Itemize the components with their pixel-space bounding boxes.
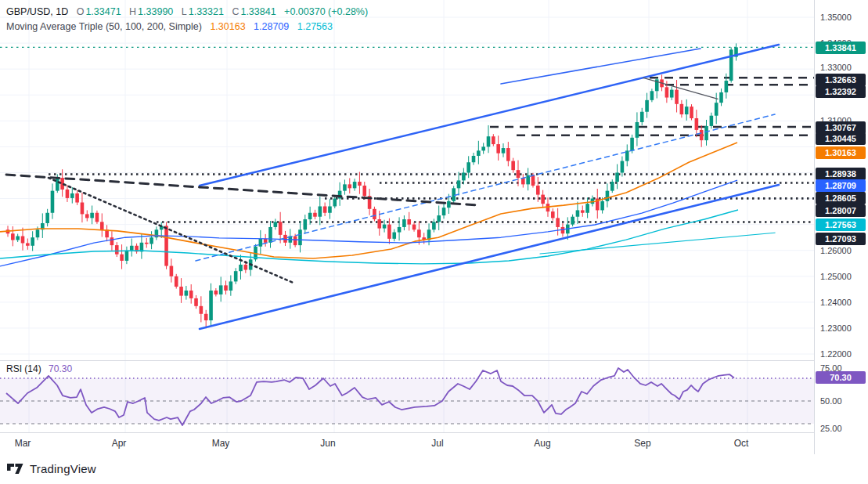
candle-body	[313, 213, 317, 217]
candle-body	[481, 146, 485, 150]
price-axis-tick: 1.25000	[820, 272, 852, 281]
main-chart-canvas[interactable]	[0, 0, 814, 454]
candle-body	[56, 178, 59, 191]
candle-body	[546, 204, 550, 211]
price-label-chip: 1.28605	[816, 192, 866, 204]
candle-body	[477, 150, 481, 156]
candle-body	[90, 213, 94, 219]
ma-indicator-title: Moving Average Triple (50, 100, 200, Sim…	[6, 21, 202, 32]
tradingview-watermark[interactable]: TradingView	[7, 462, 96, 475]
candle-body	[348, 184, 351, 188]
price-label-chip: 1.30163	[816, 146, 866, 159]
price-axis-tick: 1.23000	[820, 323, 852, 333]
candle-body	[279, 222, 283, 235]
candle-body	[328, 206, 332, 212]
candle-body	[457, 180, 461, 188]
candle-body	[239, 265, 243, 271]
time-axis[interactable]: MarAprMayJunJulAugSepOct	[0, 432, 814, 454]
candle-body	[645, 100, 649, 112]
candle-body	[81, 203, 85, 215]
price-label-chip: 1.33841	[816, 42, 866, 54]
price-axis[interactable]: 1.350001.340001.330001.310001.260001.250…	[814, 0, 868, 454]
time-axis-label-apr: Apr	[112, 438, 127, 449]
ma-line-sma200	[0, 210, 738, 264]
price-label-chip: 1.30445	[816, 132, 866, 145]
candle-body	[600, 201, 604, 211]
candle-body	[402, 219, 406, 227]
change-value: +0.00370 (+0.28%)	[284, 6, 368, 17]
candle-body	[710, 116, 714, 126]
candle-body	[209, 291, 213, 320]
candle-body	[224, 285, 228, 291]
candle-body	[100, 222, 104, 229]
candle-body	[472, 156, 476, 162]
symbol-legend-row[interactable]: GBP/USD, 1D O1.33471 H1.33990 L1.33321 C…	[6, 6, 369, 17]
rsi-value: 70.30	[49, 363, 72, 374]
candle-body	[185, 291, 189, 296]
price-label-chip: 1.32663	[816, 74, 866, 86]
candle-body	[362, 186, 366, 196]
candle-body	[115, 245, 119, 255]
candle-body	[214, 291, 218, 294]
candle-body	[517, 170, 520, 178]
price-axis-tick: 50.00	[820, 396, 842, 406]
candle-body	[581, 210, 585, 212]
price-axis-tick: 1.26000	[820, 246, 852, 255]
candle-body	[675, 90, 679, 104]
candle-body	[179, 287, 183, 296]
candle-body	[695, 118, 699, 130]
rsi-legend-row[interactable]: RSI (14) 70.30	[6, 363, 72, 374]
time-axis-label-jul: Jul	[431, 438, 443, 449]
candle-body	[506, 148, 510, 161]
candle-body	[636, 122, 639, 138]
candle-body	[640, 112, 644, 122]
candle-body	[264, 239, 268, 243]
candle-body	[125, 251, 129, 261]
trendline-sep-highs-connector	[643, 78, 718, 99]
candle-body	[358, 182, 362, 186]
candle-body	[392, 233, 396, 239]
candle-body	[437, 215, 441, 222]
candle-body	[377, 219, 381, 229]
candle-body	[11, 233, 15, 240]
price-label-chip: 1.28007	[816, 204, 866, 217]
candle-body	[36, 229, 40, 237]
tradingview-wordmark: TradingView	[30, 462, 96, 475]
close-label: C	[232, 6, 239, 17]
candle-body	[621, 161, 625, 173]
candle-body	[229, 281, 233, 291]
time-axis-label-oct: Oct	[734, 438, 749, 449]
price-label-chip: 70.30	[816, 371, 866, 384]
candle-body	[130, 246, 134, 251]
candle-body	[149, 237, 153, 244]
ma-legend-row[interactable]: Moving Average Triple (50, 100, 200, Sim…	[6, 21, 334, 32]
sma50-value: 1.30163	[210, 21, 245, 32]
price-label-chip: 1.28709	[816, 179, 866, 192]
low-label: L	[182, 6, 187, 17]
candle-body	[308, 213, 312, 219]
candle-body	[715, 103, 719, 116]
candle-body	[685, 107, 689, 114]
candle-body	[432, 222, 436, 229]
candle-body	[219, 285, 223, 294]
candle-body	[387, 225, 391, 239]
candle-body	[442, 208, 446, 215]
candle-body	[536, 186, 540, 195]
candle-body	[650, 91, 654, 100]
candle-body	[704, 126, 708, 140]
candle-body	[606, 191, 610, 201]
candle-body	[412, 225, 416, 230]
candle-body	[373, 209, 376, 219]
tradingview-logo-icon	[7, 464, 24, 475]
candle-body	[571, 217, 574, 225]
candle-body	[665, 87, 669, 97]
candle-body	[556, 218, 560, 227]
candle-body	[729, 49, 733, 81]
candle-body	[353, 182, 357, 188]
candle-body	[407, 219, 411, 225]
candle-body	[66, 190, 70, 198]
candle-body	[26, 243, 30, 245]
symbol-title: GBP/USD, 1D	[6, 6, 68, 17]
time-axis-label-may: May	[212, 438, 230, 449]
price-axis-tick: 25.00	[820, 424, 842, 433]
